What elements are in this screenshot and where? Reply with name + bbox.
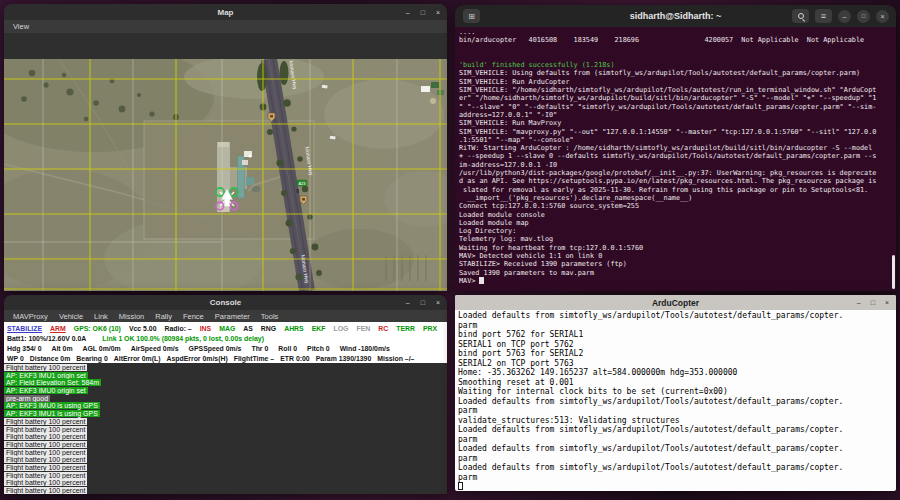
console-menu-tools[interactable]: Tools xyxy=(261,312,279,321)
status-agl: AGL 0m/0m xyxy=(83,345,121,352)
arducopter-titlebar[interactable]: ArduCopter – □ × xyxy=(455,295,896,310)
console-message: Flight battery 100 percent xyxy=(4,479,447,487)
terminal-line: STABILIZE> Received 1390 parameters (ftp… xyxy=(459,260,892,268)
status-param: Param 1390/1390 xyxy=(316,355,372,362)
console-message-text: Flight battery 100 percent xyxy=(4,449,87,456)
search-icon[interactable] xyxy=(792,9,809,23)
terminal-line: slated for removal as early as 2025-11-3… xyxy=(459,186,892,194)
terminal-cursor xyxy=(479,277,484,284)
terminal-line: Saved 1390 parameters to mav.parm xyxy=(459,269,892,277)
status-radio: Radio: – xyxy=(165,325,192,332)
status-ekf: EKF xyxy=(312,325,326,332)
status-mission: Mission –/– xyxy=(377,355,414,362)
satellite-map[interactable]: A23 Monaro Hwy Monaro Hwy Monaro Hwy xyxy=(4,59,447,291)
minimize-icon[interactable]: – xyxy=(406,9,410,16)
menu-icon[interactable]: ≡ xyxy=(815,9,832,23)
console-message-text: AP: EKF3 IMU0 origin set xyxy=(4,387,88,394)
terminal-line: Connect tcp:127.0.0.1:5760 source_system… xyxy=(459,202,892,210)
terminal-titlebar[interactable]: ⊞ sidharth@Sidharth: ~ ≡ – □ × xyxy=(455,5,896,27)
status-log: LOG xyxy=(333,325,348,332)
status-distance: Distance 0m xyxy=(30,355,71,362)
close-icon[interactable]: × xyxy=(436,9,440,16)
terminal-window: ⊞ sidharth@Sidharth: ~ ≡ – □ × ....bin/a… xyxy=(455,5,896,291)
arducopter-line: parm xyxy=(458,406,893,416)
arducopter-body[interactable]: Loaded defaults from simtofly_ws/ardupil… xyxy=(455,310,896,491)
arducopter-line: Loaded defaults from simtofly_ws/ardupil… xyxy=(458,311,893,321)
status-terr: TERR xyxy=(396,325,415,332)
maximize-icon[interactable]: □ xyxy=(421,299,425,306)
close-icon[interactable]: × xyxy=(876,10,889,23)
terminal-line: Loaded module console xyxy=(459,211,892,219)
terminal-line xyxy=(459,53,892,61)
status-aspderror: AspdError 0m/s(H) xyxy=(166,355,227,362)
arducopter-window: ArduCopter – □ × Loaded defaults from si… xyxy=(455,295,896,491)
status-gpsspeed: GPSSpeed 0m/s xyxy=(189,345,242,352)
status-link: Link 1 OK 100.0% (80984 pkts, 0 lost, 0.… xyxy=(102,335,264,342)
console-menu-link[interactable]: Link xyxy=(94,312,108,321)
console-message-text: Flight battery 100 percent xyxy=(4,456,87,463)
terminal-line: d as an API. See https://setuptools.pypa… xyxy=(459,177,892,185)
status-pitch: Pitch 0 xyxy=(307,345,330,352)
arducopter-line: Loaded defaults from simtofly_ws/ardupil… xyxy=(458,444,893,454)
scrollbar-thumb[interactable] xyxy=(892,255,895,289)
console-menu-mission[interactable]: Mission xyxy=(119,312,144,321)
console-message: Flight battery 100 percent xyxy=(4,364,447,372)
console-message: Flight battery 100 percent xyxy=(4,433,447,441)
terminal-line: SIM_VEHICLE: "/home/sidharth/simtofly_ws… xyxy=(459,86,892,94)
console-message-text: AP: Field Elevation Set: 584m xyxy=(4,379,101,386)
arducopter-line: Loaded defaults from simtofly_ws/ardupil… xyxy=(458,425,893,435)
status-wp: WP 0 xyxy=(7,355,24,362)
maximize-icon[interactable]: □ xyxy=(857,10,870,23)
arducopter-cursor xyxy=(458,482,463,490)
console-menu-mavproxy[interactable]: MAVProxy xyxy=(13,312,48,321)
maximize-icon[interactable]: □ xyxy=(421,9,425,16)
terminal-line: address=127.0.0.1" "-I0" xyxy=(459,111,892,119)
terminal-body[interactable]: ....bin/arducopter 4016508 183549 218696… xyxy=(455,27,896,286)
minimize-icon[interactable]: – xyxy=(857,299,861,306)
status-roll: Roll 0 xyxy=(278,345,297,352)
maximize-icon[interactable]: □ xyxy=(871,299,875,306)
console-message: AP: EKF3 IMU1 origin set xyxy=(4,372,447,380)
console-menu-vehicle[interactable]: Vehicle xyxy=(59,312,83,321)
status-alt: Alt 0m xyxy=(51,345,72,352)
console-menu-rally[interactable]: Rally xyxy=(155,312,172,321)
console-message-text: Flight battery 100 percent xyxy=(4,441,87,448)
console-message: Flight battery 100 percent xyxy=(4,418,447,426)
status-gps: GPS: OK6 (10) xyxy=(74,325,121,332)
minimize-icon[interactable]: – xyxy=(406,299,410,306)
console-titlebar[interactable]: Console – □ × xyxy=(4,295,447,310)
status-alterror: AltError 0m(L) xyxy=(114,355,161,362)
map-toolbar-gap xyxy=(4,33,447,59)
status-thr: Thr 0 xyxy=(251,345,268,352)
console-message-text: Flight battery 100 percent xyxy=(4,418,87,425)
console-message: AP: EKF3 IMU0 origin set xyxy=(4,387,447,395)
close-icon[interactable]: × xyxy=(885,299,889,306)
console-message-log[interactable]: Flight battery 100 percentAP: EKF3 IMU1 … xyxy=(4,363,447,494)
minimize-icon[interactable]: – xyxy=(838,10,851,23)
console-message: Flight battery 100 percent xyxy=(4,441,447,449)
console-message: AP: EKF3 IMU0 is using GPS xyxy=(4,402,447,410)
map-canvas[interactable]: A23 Monaro Hwy Monaro Hwy Monaro Hwy xyxy=(4,59,447,291)
console-message-text: Flight battery 100 percent xyxy=(4,472,87,479)
console-status-row: STABILIZEARMGPS: OK6 (10)Vcc 5.00Radio: … xyxy=(4,323,447,333)
arducopter-line: Home: -35.363262 149.165237 alt=584.0000… xyxy=(458,368,893,378)
status-ahrs: AHRS xyxy=(284,325,304,332)
terminal-line xyxy=(459,45,892,53)
status-hdg: Hdg 354/ 0 xyxy=(7,345,41,352)
status-mag: MAG xyxy=(219,325,235,332)
console-message: Flight battery 100 percent xyxy=(4,472,447,480)
terminal-line: SIM_VEHICLE: Run ArduCopter xyxy=(459,78,892,86)
close-icon[interactable]: × xyxy=(436,299,440,306)
map-menu-view[interactable]: View xyxy=(13,22,29,31)
status-flighttime: FlightTime – xyxy=(234,355,274,362)
new-tab-icon[interactable]: ⊞ xyxy=(463,9,480,23)
console-menu-parameter[interactable]: Parameter xyxy=(215,312,250,321)
status-airspeed: AirSpeed 0m/s xyxy=(131,345,179,352)
status-prx: PRX xyxy=(423,325,437,332)
status-fen: FEN xyxy=(356,325,370,332)
status-stabilize[interactable]: STABILIZE xyxy=(7,325,42,332)
console-window-title: Console xyxy=(210,298,242,307)
map-titlebar[interactable]: Map – □ × xyxy=(4,4,447,20)
console-menu-fence[interactable]: Fence xyxy=(183,312,204,321)
status-arm[interactable]: ARM xyxy=(50,325,66,332)
